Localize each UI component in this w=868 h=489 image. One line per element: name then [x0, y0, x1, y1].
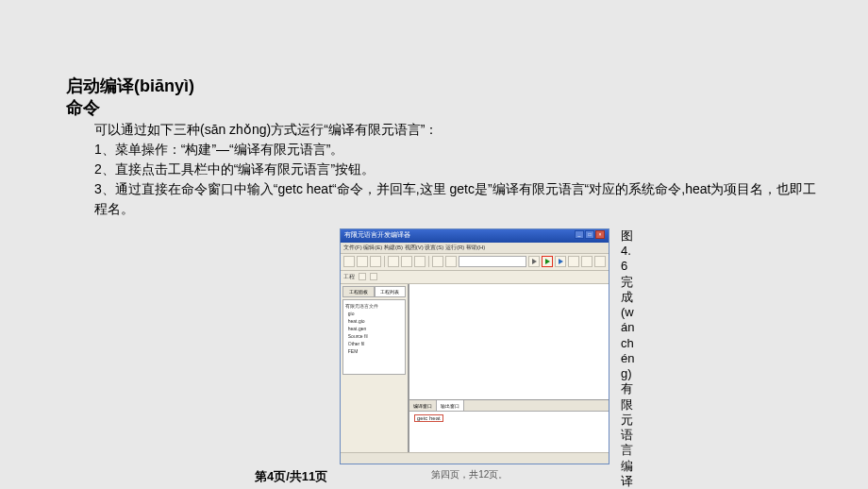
statusbar	[341, 452, 609, 464]
output-panel: 编译窗口 输出窗口 getc heat	[409, 399, 609, 452]
footer-left: 第4页/共11页	[255, 468, 327, 485]
cut-icon[interactable]	[388, 256, 399, 267]
footer-right: 第四页，共12页。	[431, 468, 508, 485]
app-body: 工程面板 工程列表 有限元语言文件 gio heat.gio heat.gen …	[341, 284, 609, 452]
minimize-icon[interactable]: _	[575, 230, 584, 239]
intro-line: 可以通过如下三种(sān zhǒng)方式运行“编译有限元语言”：	[94, 120, 821, 140]
config-dropdown[interactable]	[459, 256, 526, 267]
separator	[428, 256, 429, 267]
figure-caption: 图4.6 完成(wánchéng)有限元语言编译	[621, 228, 636, 489]
output-tabs: 编译窗口 输出窗口	[409, 400, 609, 412]
compile-fel-button[interactable]	[542, 256, 553, 267]
undo-icon[interactable]	[432, 256, 443, 267]
side-panel-tabs: 工程面板 工程列表	[342, 286, 406, 297]
help-icon[interactable]	[594, 256, 606, 267]
window-titlebar: 有限元语言开发编译器 _ □ ×	[341, 229, 609, 243]
item-2: 2、直接点击工具栏中的“编译有限元语言”按钮。	[94, 160, 821, 179]
new-icon[interactable]	[343, 256, 355, 267]
panel-icon[interactable]	[370, 273, 377, 280]
tab-project-panel[interactable]: 工程面板	[342, 286, 375, 297]
close-icon[interactable]: ×	[595, 230, 605, 239]
window-title: 有限元语言开发编译器	[344, 230, 410, 242]
heading-line2: 命令	[66, 98, 100, 117]
tab-project-list[interactable]: 工程列表	[375, 286, 407, 297]
gear-icon[interactable]	[581, 256, 593, 267]
tool-icon[interactable]	[568, 256, 579, 267]
figure-row: 有限元语言开发编译器 _ □ × 文件(F) 编辑(E) 构建(B) 视图(V)…	[340, 228, 868, 489]
side-panel: 工程面板 工程列表 有限元语言文件 gio heat.gio heat.gen …	[341, 284, 409, 452]
tab-output[interactable]: 输出窗口	[437, 400, 464, 411]
maximize-icon[interactable]: □	[585, 230, 594, 239]
page-footer: 第4页/共11页 第四页，共12页。	[0, 468, 868, 485]
window-controls: _ □ ×	[575, 230, 605, 242]
command-text: getc heat	[414, 414, 443, 422]
menubar[interactable]: 文件(F) 编辑(E) 构建(B) 视图(V) 设置(S) 运行(R) 帮助(H…	[341, 243, 609, 254]
save-icon[interactable]	[370, 256, 381, 267]
document-page: 启动编译(biānyì) 命令 可以通过如下三种(sān zhǒng)方式运行“…	[0, 0, 868, 489]
item-1: 1、菜单操作：“构建”—“编译有限元语言”。	[94, 140, 821, 160]
open-icon[interactable]	[357, 256, 368, 267]
body-text: 可以通过如下三种(sān zhǒng)方式运行“编译有限元语言”： 1、菜单操作…	[94, 120, 821, 219]
project-tree[interactable]: 有限元语言文件 gio heat.gio heat.gen Source fil…	[342, 299, 406, 375]
app-screenshot: 有限元语言开发编译器 _ □ × 文件(F) 编辑(E) 构建(B) 视图(V)…	[340, 228, 609, 464]
toolbar-main	[341, 254, 609, 271]
tab-compile-output[interactable]: 编译窗口	[409, 400, 437, 411]
step-icon[interactable]	[528, 256, 540, 267]
copy-icon[interactable]	[401, 256, 412, 267]
editor-area[interactable]: 编译窗口 输出窗口 getc heat	[409, 284, 609, 452]
command-output[interactable]: getc heat	[409, 412, 609, 425]
toolbar2-label: 工程	[343, 273, 355, 281]
heading-line1: 启动编译(biānyì)	[66, 76, 194, 95]
item-3: 3、通过直接在命令窗口中输入“getc heat“命令，并回车,这里 getc是…	[94, 179, 821, 219]
paste-icon[interactable]	[414, 256, 426, 267]
toolbar-secondary: 工程	[341, 271, 609, 284]
run-icon[interactable]	[555, 256, 566, 267]
redo-icon[interactable]	[445, 256, 457, 267]
separator	[384, 256, 385, 267]
heading: 启动编译(biānyì) 命令	[66, 76, 868, 120]
panel-icon[interactable]	[359, 273, 366, 280]
